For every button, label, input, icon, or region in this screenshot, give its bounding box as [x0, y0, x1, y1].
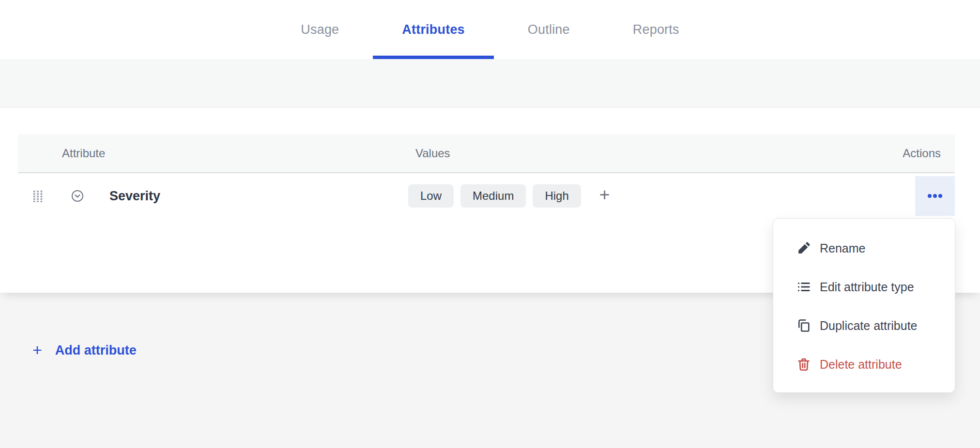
row-actions-menu-button[interactable] — [915, 176, 955, 216]
chevron-down-circle-icon — [71, 190, 84, 202]
trash-icon — [796, 357, 811, 372]
menu-item-edit-attribute-type[interactable]: Edit attribute type — [773, 268, 955, 306]
tab-reports-label: Reports — [633, 22, 679, 37]
row-actions-context-menu: Rename Edit attribute type Duplicate att… — [773, 218, 955, 393]
attribute-name: Severity — [109, 189, 160, 204]
menu-item-duplicate-attribute[interactable]: Duplicate attribute — [773, 306, 955, 345]
toolbar-band — [0, 59, 980, 107]
column-header-actions: Actions — [877, 147, 955, 160]
pencil-icon — [796, 241, 811, 255]
table-header-row: Attribute Values Actions — [18, 134, 955, 173]
menu-item-duplicate-label: Duplicate attribute — [820, 319, 918, 333]
drag-handle-icon[interactable] — [32, 190, 43, 202]
tab-outline-label: Outline — [528, 22, 570, 37]
attributes-table: Attribute Values Actions Severity Low Me… — [18, 134, 955, 219]
values-cell: Low Medium High + — [408, 173, 877, 219]
plus-icon: + — [32, 342, 42, 358]
value-chip-medium[interactable]: Medium — [460, 184, 526, 208]
column-header-values: Values — [408, 147, 877, 160]
attribute-cell: Severity — [18, 173, 408, 219]
column-header-attribute: Attribute — [18, 147, 408, 160]
collapse-row-button[interactable] — [71, 190, 84, 202]
menu-item-rename[interactable]: Rename — [773, 229, 955, 268]
value-chip-low[interactable]: Low — [408, 184, 454, 208]
tab-bar: Usage Attributes Outline Reports — [0, 0, 980, 59]
active-tab-underline — [373, 56, 494, 59]
tab-header: Usage Attributes Outline Reports — [0, 0, 980, 59]
tab-usage-label: Usage — [301, 22, 339, 37]
menu-item-delete-label: Delete attribute — [820, 358, 902, 372]
tab-attributes[interactable]: Attributes — [380, 0, 487, 59]
add-value-button[interactable]: + — [597, 186, 612, 207]
add-attribute-label: Add attribute — [55, 343, 137, 358]
ellipsis-icon — [928, 194, 932, 198]
menu-item-delete-attribute[interactable]: Delete attribute — [773, 345, 955, 384]
copy-icon — [796, 318, 811, 333]
tab-outline[interactable]: Outline — [506, 0, 592, 59]
add-attribute-button[interactable]: + Add attribute — [32, 343, 137, 358]
actions-cell — [877, 173, 955, 219]
menu-item-edit-type-label: Edit attribute type — [820, 280, 914, 294]
list-icon — [796, 280, 811, 294]
value-chip-high[interactable]: High — [533, 184, 581, 208]
tab-usage[interactable]: Usage — [279, 0, 361, 59]
tab-reports[interactable]: Reports — [611, 0, 701, 59]
table-row-severity: Severity Low Medium High + — [18, 173, 955, 219]
tab-attributes-label: Attributes — [402, 22, 465, 37]
menu-item-rename-label: Rename — [820, 241, 866, 255]
